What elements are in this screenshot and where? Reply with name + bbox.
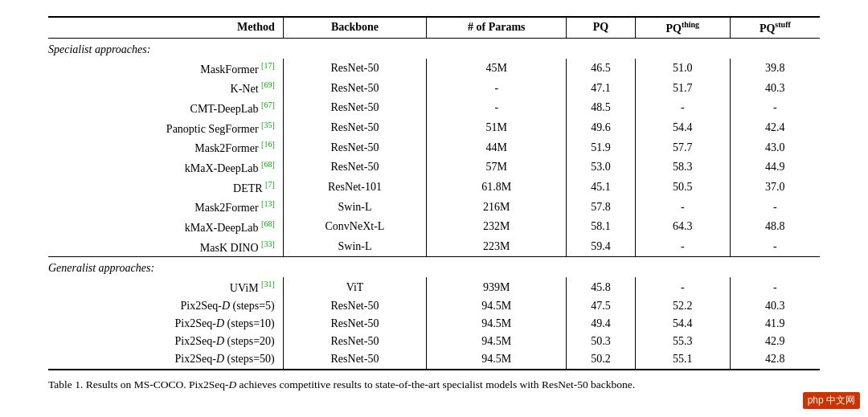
- cell-backbone: ResNet-50: [283, 297, 426, 315]
- cell-pq-thing: -: [635, 197, 730, 217]
- cell-pq-thing: -: [635, 237, 730, 257]
- col-header-params: # of Params: [427, 17, 567, 38]
- cell-method: UViM [31]: [48, 277, 283, 297]
- table-row: kMaX-DeepLab [68]ConvNeXt-L232M58.164.34…: [48, 217, 820, 237]
- cell-backbone: Swin-L: [283, 237, 426, 257]
- cell-pq-thing: 55.3: [635, 333, 730, 350]
- cell-backbone: ResNet-50: [283, 315, 426, 333]
- cell-backbone: ResNet-50: [283, 98, 426, 118]
- cell-pq: 51.9: [567, 137, 636, 157]
- cell-params: -: [427, 78, 567, 98]
- cell-params: -: [427, 98, 567, 118]
- table-row: Panoptic SegFormer [35]ResNet-5051M49.65…: [48, 118, 820, 138]
- results-table: Method Backbone # of Params PQ PQthing P…: [48, 16, 820, 370]
- cell-pq-stuff: 39.8: [730, 59, 820, 79]
- cell-method: kMaX-DeepLab [68]: [48, 217, 283, 237]
- watermark: php 中文网: [803, 392, 860, 409]
- cell-method: Pix2Seq-D (steps=20): [48, 333, 283, 350]
- cell-params: 216M: [427, 197, 567, 217]
- cell-backbone: Swin-L: [283, 197, 426, 217]
- cell-method: Mask2Former [16]: [48, 137, 283, 157]
- cell-pq: 50.3: [567, 333, 636, 350]
- cell-pq-thing: 64.3: [635, 217, 730, 237]
- cell-pq-thing: -: [635, 277, 730, 297]
- cell-params: 94.5M: [427, 315, 567, 333]
- cell-params: 94.5M: [427, 333, 567, 350]
- cell-method: DETR [7]: [48, 178, 283, 198]
- cell-method: K-Net [69]: [48, 78, 283, 98]
- cell-pq-thing: 51.0: [635, 59, 730, 79]
- cell-pq: 45.1: [567, 178, 636, 198]
- cell-backbone: ResNet-50: [283, 333, 426, 350]
- cell-backbone: ResNet-50: [283, 78, 426, 98]
- table-row: CMT-DeepLab [67]ResNet-50-48.5--: [48, 98, 820, 118]
- cell-backbone: ResNet-50: [283, 137, 426, 157]
- table-row: Mask2Former [16]ResNet-5044M51.957.743.0: [48, 137, 820, 157]
- table-row: UViM [31]ViT939M45.8--: [48, 277, 820, 297]
- table-caption: Table 1. Results on MS-COCO. Pix2Seq-D a…: [48, 377, 820, 393]
- table-row: DETR [7]ResNet-10161.8M45.150.537.0: [48, 178, 820, 198]
- cell-pq-thing: 55.1: [635, 350, 730, 370]
- cell-pq-stuff: 43.0: [730, 137, 820, 157]
- cell-backbone: ConvNeXt-L: [283, 217, 426, 237]
- cell-pq-stuff: -: [730, 237, 820, 257]
- cell-backbone: ResNet-50: [283, 59, 426, 79]
- table-row: Pix2Seq-D (steps=10)ResNet-5094.5M49.454…: [48, 315, 820, 333]
- cell-pq: 53.0: [567, 157, 636, 178]
- cell-params: 939M: [427, 277, 567, 297]
- cell-pq: 50.2: [567, 350, 636, 370]
- cell-pq-stuff: 40.3: [730, 78, 820, 98]
- cell-params: 45M: [427, 59, 567, 79]
- cell-pq: 47.1: [567, 78, 636, 98]
- cell-pq-thing: 58.3: [635, 157, 730, 178]
- cell-method: Pix2Seq-D (steps=50): [48, 350, 283, 370]
- col-header-pq-thing: PQthing: [635, 17, 730, 38]
- col-header-pq: PQ: [567, 17, 636, 38]
- cell-pq-stuff: -: [730, 197, 820, 217]
- cell-method: Mask2Former [13]: [48, 197, 283, 217]
- cell-pq: 47.5: [567, 297, 636, 315]
- cell-pq-stuff: 37.0: [730, 178, 820, 198]
- cell-pq-thing: -: [635, 98, 730, 118]
- cell-pq-stuff: -: [730, 277, 820, 297]
- cell-params: 57M: [427, 157, 567, 178]
- table-row: kMaX-DeepLab [68]ResNet-5057M53.058.344.…: [48, 157, 820, 178]
- cell-pq-thing: 54.4: [635, 118, 730, 138]
- cell-method: CMT-DeepLab [67]: [48, 98, 283, 118]
- col-header-pq-stuff: PQstuff: [730, 17, 820, 38]
- cell-pq: 59.4: [567, 237, 636, 257]
- cell-backbone: ResNet-50: [283, 118, 426, 138]
- cell-pq: 49.4: [567, 315, 636, 333]
- table-row: Pix2Seq-D (steps=20)ResNet-5094.5M50.355…: [48, 333, 820, 350]
- cell-params: 94.5M: [427, 297, 567, 315]
- cell-pq: 58.1: [567, 217, 636, 237]
- cell-pq-stuff: -: [730, 98, 820, 118]
- cell-pq-stuff: 42.4: [730, 118, 820, 138]
- cell-params: 44M: [427, 137, 567, 157]
- cell-pq-stuff: 42.8: [730, 350, 820, 370]
- cell-params: 51M: [427, 118, 567, 138]
- table-row: K-Net [69]ResNet-50-47.151.740.3: [48, 78, 820, 98]
- cell-backbone: ResNet-50: [283, 350, 426, 370]
- cell-params: 232M: [427, 217, 567, 237]
- cell-pq-stuff: 40.3: [730, 297, 820, 315]
- cell-pq-stuff: 44.9: [730, 157, 820, 178]
- cell-pq-thing: 51.7: [635, 78, 730, 98]
- cell-pq: 48.5: [567, 98, 636, 118]
- cell-backbone: ResNet-101: [283, 178, 426, 198]
- cell-pq: 46.5: [567, 59, 636, 79]
- col-header-method: Method: [48, 17, 283, 38]
- cell-method: MasK DINO [33]: [48, 237, 283, 257]
- cell-pq-stuff: 41.9: [730, 315, 820, 333]
- table-row: Pix2Seq-D (steps=50)ResNet-5094.5M50.255…: [48, 350, 820, 370]
- cell-pq-thing: 54.4: [635, 315, 730, 333]
- cell-method: Panoptic SegFormer [35]: [48, 118, 283, 138]
- cell-backbone: ViT: [283, 277, 426, 297]
- cell-params: 223M: [427, 237, 567, 257]
- cell-pq-thing: 52.2: [635, 297, 730, 315]
- cell-pq: 49.6: [567, 118, 636, 138]
- cell-pq: 57.8: [567, 197, 636, 217]
- cell-method: kMaX-DeepLab [68]: [48, 157, 283, 178]
- cell-pq-thing: 57.7: [635, 137, 730, 157]
- table-wrapper: Method Backbone # of Params PQ PQthing P…: [48, 16, 820, 370]
